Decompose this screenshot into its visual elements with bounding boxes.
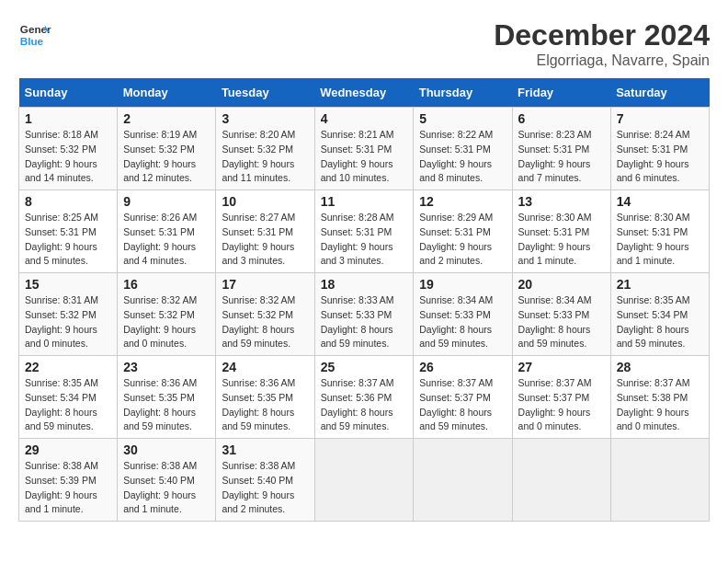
day-info: Sunrise: 8:37 AMSunset: 5:38 PMDaylight:… [617, 376, 703, 434]
header-tuesday: Tuesday [216, 78, 314, 108]
header-friday: Friday [512, 78, 610, 108]
calendar-cell: 29Sunrise: 8:38 AMSunset: 5:39 PMDayligh… [19, 439, 118, 522]
day-info: Sunrise: 8:29 AMSunset: 5:31 PMDaylight:… [419, 211, 506, 269]
calendar-cell [512, 439, 610, 522]
calendar-cell: 22Sunrise: 8:35 AMSunset: 5:34 PMDayligh… [19, 356, 118, 439]
header-saturday: Saturday [610, 78, 709, 108]
week-row-3: 15Sunrise: 8:31 AMSunset: 5:32 PMDayligh… [19, 273, 710, 356]
day-info: Sunrise: 8:31 AMSunset: 5:32 PMDaylight:… [25, 293, 111, 351]
day-info: Sunrise: 8:38 AMSunset: 5:40 PMDaylight:… [222, 459, 308, 517]
calendar-cell: 14Sunrise: 8:30 AMSunset: 5:31 PMDayligh… [610, 190, 709, 273]
calendar-cell: 25Sunrise: 8:37 AMSunset: 5:36 PMDayligh… [314, 356, 414, 439]
day-number: 12 [419, 194, 506, 209]
day-info: Sunrise: 8:19 AMSunset: 5:32 PMDaylight:… [123, 128, 210, 186]
week-row-1: 1Sunrise: 8:18 AMSunset: 5:32 PMDaylight… [19, 108, 710, 190]
day-number: 14 [617, 194, 703, 209]
day-info: Sunrise: 8:32 AMSunset: 5:32 PMDaylight:… [123, 293, 210, 351]
calendar-cell [314, 439, 414, 522]
day-info: Sunrise: 8:33 AMSunset: 5:33 PMDaylight:… [321, 293, 408, 351]
day-info: Sunrise: 8:30 AMSunset: 5:31 PMDaylight:… [518, 211, 605, 269]
calendar-cell: 9Sunrise: 8:26 AMSunset: 5:31 PMDaylight… [118, 190, 216, 273]
calendar-cell: 26Sunrise: 8:37 AMSunset: 5:37 PMDayligh… [414, 356, 512, 439]
day-number: 6 [518, 111, 605, 126]
day-number: 8 [25, 194, 111, 209]
calendar-cell: 15Sunrise: 8:31 AMSunset: 5:32 PMDayligh… [19, 273, 118, 356]
day-number: 10 [222, 194, 308, 209]
calendar-cell: 10Sunrise: 8:27 AMSunset: 5:31 PMDayligh… [216, 190, 314, 273]
logo: General Blue [18, 18, 51, 52]
calendar-cell: 3Sunrise: 8:20 AMSunset: 5:32 PMDaylight… [216, 108, 314, 190]
day-number: 5 [419, 111, 506, 126]
week-row-5: 29Sunrise: 8:38 AMSunset: 5:39 PMDayligh… [19, 439, 710, 522]
day-number: 20 [518, 277, 605, 292]
day-number: 9 [123, 194, 210, 209]
day-number: 4 [321, 111, 408, 126]
calendar-cell: 2Sunrise: 8:19 AMSunset: 5:32 PMDaylight… [118, 108, 216, 190]
header-monday: Monday [118, 78, 216, 108]
day-info: Sunrise: 8:38 AMSunset: 5:39 PMDaylight:… [25, 459, 111, 517]
day-number: 19 [419, 277, 506, 292]
calendar-cell: 31Sunrise: 8:38 AMSunset: 5:40 PMDayligh… [216, 439, 314, 522]
day-number: 15 [25, 277, 111, 292]
calendar-cell: 28Sunrise: 8:37 AMSunset: 5:38 PMDayligh… [610, 356, 709, 439]
day-info: Sunrise: 8:22 AMSunset: 5:31 PMDaylight:… [419, 128, 506, 186]
day-number: 13 [518, 194, 605, 209]
calendar-cell: 24Sunrise: 8:36 AMSunset: 5:35 PMDayligh… [216, 356, 314, 439]
calendar-cell: 11Sunrise: 8:28 AMSunset: 5:31 PMDayligh… [314, 190, 414, 273]
svg-text:Blue: Blue [20, 35, 44, 47]
day-info: Sunrise: 8:34 AMSunset: 5:33 PMDaylight:… [518, 293, 605, 351]
calendar-table: SundayMondayTuesdayWednesdayThursdayFrid… [18, 78, 710, 522]
day-number: 25 [321, 360, 408, 374]
calendar-cell: 21Sunrise: 8:35 AMSunset: 5:34 PMDayligh… [610, 273, 709, 356]
header-sunday: Sunday [19, 78, 118, 108]
day-info: Sunrise: 8:34 AMSunset: 5:33 PMDaylight:… [419, 293, 506, 351]
day-info: Sunrise: 8:37 AMSunset: 5:36 PMDaylight:… [321, 376, 408, 434]
day-number: 1 [25, 111, 111, 126]
day-info: Sunrise: 8:30 AMSunset: 5:31 PMDaylight:… [617, 211, 703, 269]
page-header: General Blue December 2024 Elgorriaga, N… [18, 18, 710, 69]
day-number: 28 [617, 360, 703, 374]
day-number: 22 [25, 360, 111, 374]
calendar-cell: 1Sunrise: 8:18 AMSunset: 5:32 PMDaylight… [19, 108, 118, 190]
day-info: Sunrise: 8:26 AMSunset: 5:31 PMDaylight:… [123, 211, 210, 269]
day-info: Sunrise: 8:24 AMSunset: 5:31 PMDaylight:… [617, 128, 703, 186]
day-info: Sunrise: 8:25 AMSunset: 5:31 PMDaylight:… [25, 211, 111, 269]
calendar-cell: 23Sunrise: 8:36 AMSunset: 5:35 PMDayligh… [118, 356, 216, 439]
day-number: 27 [518, 360, 605, 374]
day-info: Sunrise: 8:36 AMSunset: 5:35 PMDaylight:… [123, 376, 210, 434]
calendar-cell: 16Sunrise: 8:32 AMSunset: 5:32 PMDayligh… [118, 273, 216, 356]
day-info: Sunrise: 8:35 AMSunset: 5:34 PMDaylight:… [25, 376, 111, 434]
day-number: 24 [222, 360, 308, 374]
calendar-cell: 7Sunrise: 8:24 AMSunset: 5:31 PMDaylight… [610, 108, 709, 190]
calendar-cell: 4Sunrise: 8:21 AMSunset: 5:31 PMDaylight… [314, 108, 414, 190]
calendar-cell: 20Sunrise: 8:34 AMSunset: 5:33 PMDayligh… [512, 273, 610, 356]
day-info: Sunrise: 8:38 AMSunset: 5:40 PMDaylight:… [123, 459, 210, 517]
day-info: Sunrise: 8:20 AMSunset: 5:32 PMDaylight:… [222, 128, 308, 186]
calendar-cell: 27Sunrise: 8:37 AMSunset: 5:37 PMDayligh… [512, 356, 610, 439]
day-number: 29 [25, 442, 111, 457]
day-info: Sunrise: 8:27 AMSunset: 5:31 PMDaylight:… [222, 211, 308, 269]
day-number: 30 [123, 442, 210, 457]
header-wednesday: Wednesday [314, 78, 414, 108]
day-number: 2 [123, 111, 210, 126]
day-number: 23 [123, 360, 210, 374]
day-info: Sunrise: 8:37 AMSunset: 5:37 PMDaylight:… [518, 376, 605, 434]
calendar-cell: 5Sunrise: 8:22 AMSunset: 5:31 PMDaylight… [414, 108, 512, 190]
calendar-cell [414, 439, 512, 522]
day-info: Sunrise: 8:37 AMSunset: 5:37 PMDaylight:… [419, 376, 506, 434]
calendar-cell: 18Sunrise: 8:33 AMSunset: 5:33 PMDayligh… [314, 273, 414, 356]
day-info: Sunrise: 8:18 AMSunset: 5:32 PMDaylight:… [25, 128, 111, 186]
week-row-2: 8Sunrise: 8:25 AMSunset: 5:31 PMDaylight… [19, 190, 710, 273]
day-number: 21 [617, 277, 703, 292]
calendar-cell [610, 439, 709, 522]
day-number: 7 [617, 111, 703, 126]
day-number: 11 [321, 194, 408, 209]
day-info: Sunrise: 8:32 AMSunset: 5:32 PMDaylight:… [222, 293, 308, 351]
calendar-cell: 19Sunrise: 8:34 AMSunset: 5:33 PMDayligh… [414, 273, 512, 356]
day-number: 31 [222, 442, 308, 457]
logo-icon: General Blue [18, 18, 51, 52]
location: Elgorriaga, Navarre, Spain [494, 52, 710, 69]
day-number: 16 [123, 277, 210, 292]
day-number: 26 [419, 360, 506, 374]
week-row-4: 22Sunrise: 8:35 AMSunset: 5:34 PMDayligh… [19, 356, 710, 439]
